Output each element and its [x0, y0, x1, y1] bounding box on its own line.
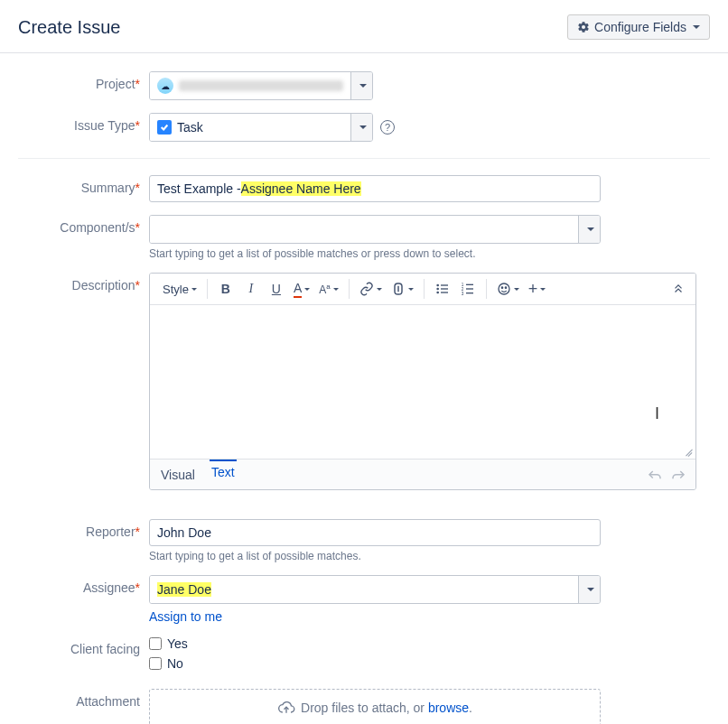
- numbered-list-icon: 123: [461, 282, 475, 296]
- undo-icon[interactable]: [647, 469, 663, 481]
- rte-link-button[interactable]: [356, 277, 386, 301]
- svg-point-4: [436, 292, 439, 294]
- cloud-upload-icon: [277, 699, 295, 717]
- chevron-down-icon: [359, 84, 367, 88]
- issue-type-select[interactable]: Task: [149, 113, 373, 142]
- rte-toolbar: Style B I U A Aa: [150, 274, 695, 305]
- client-facing-label: Client facing: [18, 636, 149, 656]
- rte-numbered-list-button[interactable]: 123: [456, 277, 480, 301]
- bullet-list-icon: [435, 282, 450, 296]
- rte-textcolor-button[interactable]: A: [290, 277, 313, 301]
- rte-attachment-button[interactable]: [387, 277, 417, 301]
- dialog-title: Create Issue: [18, 17, 120, 38]
- components-select[interactable]: [149, 215, 601, 244]
- summary-input[interactable]: Test Example - Assignee Name Here: [149, 175, 601, 202]
- svg-point-2: [436, 284, 439, 287]
- dialog-header: Create Issue Configure Fields: [0, 0, 728, 53]
- client-facing-no[interactable]: No: [149, 656, 710, 671]
- tab-text[interactable]: Text: [210, 459, 237, 485]
- project-label: Project*: [18, 71, 149, 91]
- rte-emoji-button[interactable]: [493, 277, 523, 301]
- attachment-dropzone[interactable]: Drop files to attach, or browse.: [149, 689, 601, 724]
- chevron-down-icon: [587, 227, 594, 231]
- svg-rect-12: [466, 288, 473, 289]
- issue-type-value: Task: [177, 120, 203, 135]
- project-name-redacted: [179, 80, 343, 91]
- checkbox-no[interactable]: [149, 657, 162, 670]
- redo-icon[interactable]: [670, 469, 686, 481]
- rte-underline-button[interactable]: U: [265, 277, 288, 301]
- attachment-label: Attachment: [18, 689, 149, 709]
- gear-icon: [577, 21, 590, 33]
- svg-rect-13: [466, 292, 473, 293]
- components-hint: Start typing to get a list of possible m…: [149, 247, 710, 260]
- link-icon: [359, 282, 374, 296]
- svg-point-16: [505, 287, 506, 288]
- reporter-input[interactable]: John Doe: [149, 519, 601, 546]
- rte-collapse-button[interactable]: [667, 277, 690, 301]
- rte-more-format-button[interactable]: Aa: [315, 277, 341, 301]
- svg-point-14: [499, 283, 509, 294]
- project-select[interactable]: ☁: [149, 71, 373, 100]
- client-facing-yes[interactable]: Yes: [149, 636, 710, 651]
- reporter-hint: Start typing to get a list of possible m…: [149, 550, 710, 562]
- paperclip-icon: [391, 282, 406, 296]
- components-label: Component/s*: [18, 215, 149, 235]
- rte-bullet-list-button[interactable]: [431, 277, 454, 301]
- svg-point-15: [501, 287, 502, 288]
- browse-link[interactable]: browse: [428, 701, 469, 715]
- svg-rect-6: [441, 288, 448, 289]
- rte-italic-button[interactable]: I: [239, 277, 263, 301]
- description-label: Description*: [18, 273, 149, 292]
- configure-fields-button[interactable]: Configure Fields: [567, 14, 710, 40]
- configure-fields-label: Configure Fields: [594, 20, 686, 34]
- section-divider: [18, 158, 710, 159]
- svg-text:3: 3: [461, 292, 463, 296]
- task-icon: [157, 120, 172, 135]
- emoji-icon: [497, 282, 511, 296]
- reporter-label: Reporter*: [18, 519, 149, 539]
- summary-highlighted-text: Assignee Name Here: [241, 181, 361, 196]
- svg-rect-5: [441, 284, 448, 285]
- chevron-down-icon: [587, 588, 594, 591]
- chevron-down-icon: [693, 25, 700, 29]
- svg-point-3: [436, 288, 439, 291]
- description-editor[interactable]: I: [150, 305, 695, 459]
- resize-handle[interactable]: [685, 448, 694, 457]
- svg-rect-7: [441, 292, 448, 292]
- rte-insert-button[interactable]: +: [525, 277, 550, 301]
- chevron-double-up-icon: [672, 283, 685, 295]
- rte-style-button[interactable]: Style: [159, 277, 201, 301]
- checkbox-yes[interactable]: [149, 637, 162, 650]
- text-cursor-icon: I: [655, 404, 659, 423]
- components-value: [150, 216, 578, 243]
- project-avatar-icon: ☁: [157, 78, 173, 94]
- assignee-label: Assignee*: [18, 575, 149, 595]
- assignee-select[interactable]: Jane Doe: [149, 575, 601, 604]
- svg-rect-11: [466, 284, 473, 285]
- assignee-value: Jane Doe: [157, 582, 211, 597]
- help-icon[interactable]: ?: [380, 120, 395, 135]
- chevron-down-icon: [359, 125, 367, 129]
- tab-visual[interactable]: Visual: [159, 465, 197, 485]
- issue-type-label: Issue Type*: [18, 113, 149, 133]
- summary-label: Summary*: [18, 175, 149, 195]
- rte-bold-button[interactable]: B: [214, 277, 238, 301]
- assign-to-me-link[interactable]: Assign to me: [149, 609, 222, 624]
